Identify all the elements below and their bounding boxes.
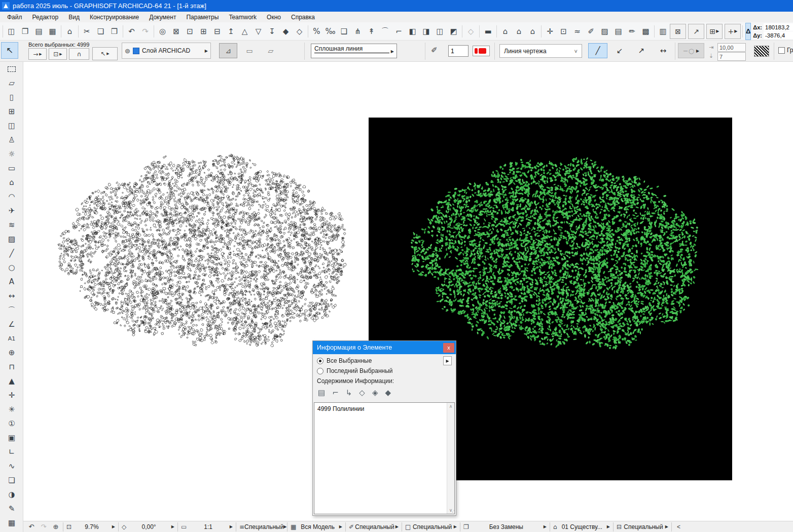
arrow-flyout-button[interactable]: ↖▶ — [92, 47, 118, 60]
grid-snap-button[interactable]: ⊞▶ — [706, 24, 723, 39]
dy-input[interactable] — [764, 31, 793, 39]
fill-override-button[interactable]: ▤ — [611, 24, 625, 38]
trim-button[interactable]: ⌐ — [392, 24, 406, 38]
tool-level-dimension[interactable]: ⊕ — [0, 346, 23, 360]
tool-morph[interactable]: ✈ — [0, 204, 23, 218]
adjust-button[interactable]: ‰ — [323, 24, 337, 38]
radio-last-selected[interactable] — [317, 368, 323, 374]
menu-Файл[interactable]: Файл — [2, 13, 27, 22]
cursor-snap-button[interactable]: +▶ — [725, 24, 741, 39]
bring-forward-button[interactable]: △ — [238, 24, 251, 38]
story-down-button[interactable]: ⌂ — [526, 24, 539, 38]
menu-Редактор[interactable]: Редактор — [27, 13, 64, 22]
info-text-icon[interactable]: ▤ — [318, 388, 325, 397]
scale-selector[interactable]: ▭1:1▶ — [179, 522, 235, 532]
split-button[interactable]: % — [310, 24, 323, 38]
tool-drawing[interactable]: ◑ — [0, 487, 23, 502]
zoom-in-button[interactable]: ⊕ — [50, 522, 62, 532]
tool-fill[interactable]: ▨ — [0, 232, 23, 246]
tool-dimension[interactable]: ↔ — [0, 289, 23, 303]
tool-section[interactable]: ⊓ — [0, 360, 23, 374]
dialog-title-bar[interactable]: Информация о Элементе x — [313, 341, 456, 354]
explode-button[interactable]: ↟ — [365, 24, 378, 38]
scroll-up-icon[interactable]: ∧ — [449, 404, 453, 409]
slab-settings-button[interactable]: ▬ — [481, 24, 495, 38]
spline-edit-button[interactable]: ≈ — [570, 24, 584, 38]
tool-interior-elevation[interactable]: ✛ — [0, 388, 23, 402]
tool-polyline[interactable]: ∟ — [0, 445, 23, 459]
tool-wall[interactable]: ▱ — [0, 76, 23, 90]
copy-button[interactable]: ❏ — [94, 24, 107, 38]
story-selector[interactable]: ⊟Специальный▶ — [615, 522, 670, 532]
find-select-button[interactable]: ◎ — [156, 24, 169, 38]
orientation-selector[interactable]: ◇0,00°▶ — [120, 522, 176, 532]
layer-selector[interactable]: ⊚ Слой ARCHICAD ▶ — [122, 43, 211, 59]
project-chooser-button[interactable]: ⌂ — [63, 24, 77, 38]
active-arrow-tool-button[interactable]: ↖ — [1, 42, 18, 59]
menu-Конструирование[interactable]: Конструирование — [85, 13, 144, 22]
tool-elevation[interactable]: ▲ — [0, 374, 23, 388]
orbit-3d-button[interactable]: ✛ — [543, 24, 557, 38]
close-icon[interactable]: x — [443, 343, 454, 353]
collapse-statusbar-button[interactable]: < — [677, 523, 680, 530]
model-view-options-selector[interactable]: ▦Вся Модель▶ — [289, 522, 344, 532]
tool-shell[interactable]: ◠ — [0, 189, 23, 204]
fillet-button[interactable]: ⌒ — [378, 24, 392, 38]
align-center-button[interactable]: ◫ — [433, 24, 447, 38]
info-3d-down-icon[interactable]: ◈ — [372, 388, 378, 397]
arrow-style-start-button[interactable]: ↙ — [610, 43, 629, 58]
marquee-restrict-button[interactable]: ⊠ — [670, 24, 686, 39]
view-back-button[interactable]: ↶ — [25, 522, 38, 532]
geometry-polyline-button[interactable]: ⊿ — [219, 43, 237, 58]
pen-weight-input[interactable] — [717, 52, 746, 61]
magnet-toggle-button[interactable]: ∩ — [69, 48, 89, 60]
selection-edit-button[interactable]: ⊞ — [197, 24, 210, 38]
align-left-button[interactable]: ◧ — [406, 24, 419, 38]
dimension-style-selector[interactable]: □Специальный▶ — [403, 522, 459, 532]
distribute-button[interactable]: ◩ — [447, 24, 460, 38]
tool-window[interactable]: ⊞ — [0, 104, 23, 119]
arrow-style-both-button[interactable]: ↔ — [654, 43, 673, 58]
schedule-button[interactable]: ▥ — [656, 24, 670, 38]
tool-camera[interactable]: ▦ — [0, 516, 23, 530]
tool-column[interactable]: ▯ — [0, 90, 23, 104]
tool-hotspot[interactable]: ✳ — [0, 402, 23, 416]
tool-marquee[interactable] — [0, 62, 23, 76]
info-3d-icon[interactable]: ◇ — [359, 388, 365, 397]
arrow-style-none-button[interactable]: ╱ — [588, 43, 607, 58]
tool-roof[interactable]: ⌂ — [0, 175, 23, 189]
save-button[interactable]: ◫ — [5, 24, 18, 38]
arrow-style-end-button[interactable]: ↗ — [632, 43, 651, 58]
tool-worksheet[interactable]: ✎ — [0, 502, 23, 516]
gravity-checkbox[interactable]: Гра — [778, 47, 793, 54]
send-backward-button[interactable]: ▽ — [251, 24, 265, 38]
materials-button[interactable]: ▩ — [639, 24, 653, 38]
menu-Справка[interactable]: Справка — [286, 13, 320, 22]
align-right-button[interactable]: ◨ — [419, 24, 433, 38]
pen-tool-button[interactable]: ✐ — [584, 24, 598, 38]
scrollbar[interactable]: ∧ ∨ — [447, 403, 454, 514]
deselect-all-button[interactable]: ⊠ — [169, 24, 183, 38]
menu-Параметры[interactable]: Параметры — [181, 13, 224, 22]
resize-grip[interactable]: ⋰ — [450, 509, 455, 515]
line-category-dropdown[interactable]: Линия чертежа ˅ — [499, 44, 582, 58]
selection-store-button[interactable]: ⊡ — [183, 24, 197, 38]
tool-spline[interactable]: ∿ — [0, 459, 23, 473]
bring-to-front-button[interactable]: ↥ — [224, 24, 238, 38]
unlock-button[interactable]: ◇ — [293, 24, 306, 38]
reference-line-button[interactable]: −○▶ — [678, 43, 704, 58]
selection-method-button[interactable]: →▶ — [28, 48, 47, 60]
tool-text[interactable]: A — [0, 275, 23, 289]
zoom-level-selector[interactable]: ⊡9.7%▶ — [64, 522, 117, 532]
info-3d-up-icon[interactable]: ◆ — [385, 388, 391, 397]
consolidate-button[interactable]: ❑ — [337, 24, 351, 38]
undo-button[interactable]: ↶ — [125, 24, 138, 38]
menu-Окно[interactable]: Окно — [262, 13, 286, 22]
graphic-override-selector[interactable]: ❐Без Замены▶ — [461, 522, 549, 532]
snap-guides-button[interactable]: ↗ — [688, 24, 704, 39]
info-plan-arrow-icon[interactable]: ↳ — [346, 388, 352, 397]
tool-radial-dimension[interactable]: ⌒ — [0, 303, 23, 317]
tool-figure[interactable]: ❏ — [0, 473, 23, 487]
paste-button[interactable]: ❒ — [107, 24, 121, 38]
geometry-rotated-rect-button[interactable]: ▱ — [262, 43, 280, 58]
